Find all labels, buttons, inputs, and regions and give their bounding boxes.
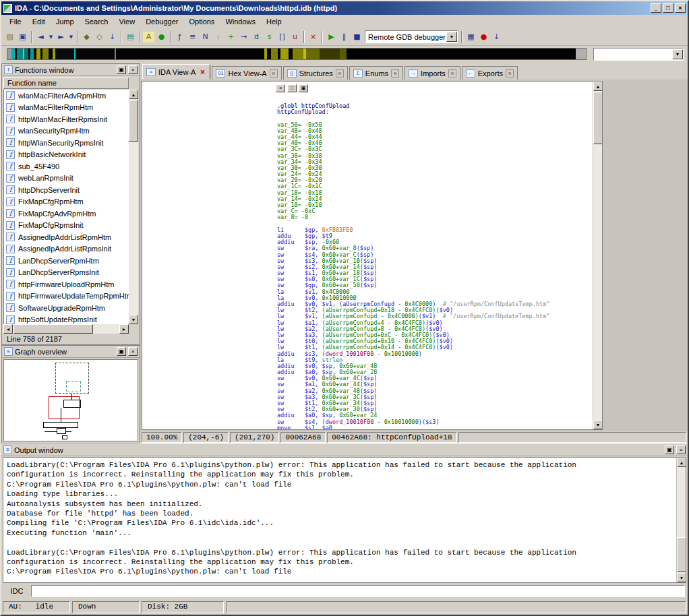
record-icon[interactable]: ● (155, 31, 168, 43)
create-function-icon[interactable]: ƒ (173, 31, 186, 43)
scroll-left-icon[interactable]: ◄ (3, 324, 13, 334)
save-database-icon[interactable]: ▣ (16, 31, 29, 43)
functions-close-button[interactable]: × (128, 65, 138, 74)
graph-close-button[interactable]: × (128, 347, 138, 356)
menu-search[interactable]: Search (80, 16, 114, 27)
graph-overview-titlebar[interactable]: ≡ Graph overview ▣ × (2, 346, 140, 358)
menu-file[interactable]: File (4, 16, 27, 27)
dropdown-arrow-icon[interactable]: ▼ (672, 49, 683, 59)
view-list-icon[interactable]: ≡ (276, 84, 285, 92)
functions-hscrollbar[interactable]: ◄ ► (3, 324, 129, 334)
close-button[interactable]: × (675, 3, 686, 13)
graph-float-button[interactable]: ▣ (117, 347, 126, 356)
output-window-titlebar[interactable]: ≡ Output window ▣ × (1, 444, 688, 456)
pause-process-icon[interactable]: ‖ (338, 31, 351, 43)
forward-icon[interactable]: ► (55, 31, 67, 43)
debugger-windows-icon[interactable]: ▦ (465, 31, 477, 43)
output-console[interactable]: LoadLibrary(C:\Program Files\IDA Pro 6.1… (3, 457, 686, 583)
tab-ida-view-a[interactable]: ≡IDA View-A× (142, 64, 210, 80)
function-name-column-header[interactable]: Function name (3, 78, 129, 89)
function-list-item[interactable]: fhttpFirmwareUpdateTempRpmHtm (4, 290, 129, 303)
function-list-item[interactable]: fLanDhcpServerRpmsInit (4, 267, 129, 279)
disasm-vscrollbar[interactable]: ▲ ▼ (593, 82, 602, 429)
back-history-dropdown-icon[interactable]: ▼ (47, 31, 55, 43)
scroll-up-icon[interactable]: ▲ (129, 90, 138, 99)
scroll-down-icon[interactable]: ▼ (677, 573, 686, 582)
function-list-item[interactable]: fFixMapCfgRpmsInit (4, 220, 129, 232)
breakpoints-icon[interactable]: ● (477, 31, 490, 43)
start-process-icon[interactable]: ▶ (325, 31, 338, 43)
function-list-item[interactable]: fFixMapCfgAdvRpmHtm (4, 208, 129, 220)
scroll-right-icon[interactable]: ► (119, 324, 129, 334)
forward-history-dropdown-icon[interactable]: ▼ (67, 31, 75, 43)
back-icon[interactable]: ◄ (34, 31, 47, 43)
jump-next-icon[interactable]: ◇ (93, 31, 106, 43)
function-list-item[interactable]: fhttpSoftUpdateRpmsInit (4, 314, 129, 325)
stop-process-icon[interactable]: ■ (351, 31, 363, 43)
define-data-icon[interactable]: d (250, 31, 263, 43)
idc-input[interactable] (31, 585, 685, 597)
titlebar[interactable]: IDA - C:\Documents and Settings\Administ… (1, 1, 688, 15)
menu-debugger[interactable]: Debugger (140, 16, 183, 27)
menu-edit[interactable]: Edit (27, 16, 51, 27)
undefine-icon[interactable]: u (289, 31, 301, 43)
define-string-icon[interactable]: s (263, 31, 276, 43)
cancel-icon[interactable]: × (307, 31, 320, 43)
tab-close-icon[interactable]: × (391, 69, 399, 78)
functions-vscrollbar[interactable]: ▲ ▼ (129, 90, 138, 324)
tab-close-icon[interactable]: × (448, 69, 456, 78)
colors-icon[interactable]: ▤ (124, 31, 137, 43)
tab-exports[interactable]: ←Exports× (462, 66, 518, 80)
function-list-item[interactable]: fhttpWlanSecurityRpmsInit (4, 137, 129, 149)
function-list-item[interactable]: fhttpBasicNetworkInit (4, 149, 129, 161)
function-list-item[interactable]: fwlanSecurityRpmHtm (4, 125, 129, 137)
jump-address-icon[interactable]: ↓ (106, 31, 119, 43)
tab-structures[interactable]: {}Structures× (283, 66, 348, 80)
function-list-item[interactable]: fhttpWlanMacFilterRpmsInit (4, 113, 129, 125)
function-list-item[interactable]: fsub_45F490 (4, 160, 129, 173)
scroll-up-icon[interactable]: ▲ (593, 82, 603, 91)
view-frame-icon[interactable]: □ (287, 84, 297, 92)
function-list-item[interactable]: fhttpDhcpServerInit (4, 184, 129, 196)
add-struct-icon[interactable]: + (224, 31, 237, 43)
output-float-button[interactable]: ▣ (665, 445, 674, 454)
disassembly-view[interactable]: ≡ □ ▣ .globl httpConfUploadhttpConfUploa… (142, 81, 603, 430)
function-list-item[interactable]: fAssignedIpAddrListRpmsInit (4, 243, 129, 255)
step-into-icon[interactable]: ↓ (490, 31, 503, 43)
address-combo[interactable]: ▼ (593, 48, 684, 61)
console-vscroll-thumb[interactable] (677, 537, 686, 572)
function-list-item[interactable]: fSoftwareUpgradeRpmHtm (4, 302, 129, 314)
functions-hscroll-thumb[interactable] (13, 324, 93, 334)
graph-overview-canvas[interactable] (3, 359, 138, 441)
ascii-string-icon[interactable]: A (142, 31, 155, 43)
function-list-item[interactable]: fhttpFirmwareUploadRpmHtm (4, 278, 129, 290)
menu-windows[interactable]: Windows (220, 16, 261, 27)
function-list-item[interactable]: fwlanMacFilterRpmHtm (4, 102, 129, 114)
dropdown-arrow-icon[interactable]: ▼ (446, 32, 457, 42)
functions-vscroll-thumb[interactable] (129, 100, 138, 142)
function-list-item[interactable]: fwebLanRpmsInit (4, 173, 129, 185)
define-array-icon[interactable]: [] (276, 31, 289, 43)
console-vscrollbar[interactable]: ▲ ▼ (676, 458, 686, 582)
xrefs-icon[interactable]: → (237, 31, 250, 43)
functions-float-button[interactable]: ▣ (117, 65, 126, 74)
maximize-button[interactable]: □ (663, 3, 673, 13)
scroll-down-icon[interactable]: ▼ (593, 420, 603, 429)
scroll-down-icon[interactable]: ▼ (129, 315, 138, 324)
menu-options[interactable]: Options (183, 16, 220, 27)
menu-help[interactable]: Help (261, 16, 287, 27)
jump-prev-icon[interactable]: ◆ (80, 31, 93, 43)
tab-hex-view-a[interactable]: 01Hex View-A× (212, 66, 281, 80)
debugger-select[interactable]: Remote GDB debugger▼ (365, 30, 458, 43)
navigation-band[interactable] (7, 48, 587, 60)
open-file-icon[interactable]: ▨ (3, 31, 16, 43)
comment-icon[interactable]: : (212, 31, 224, 43)
functions-window-titlebar[interactable]: f Functions window ▣ × (2, 64, 140, 76)
menu-jump[interactable]: Jump (51, 16, 80, 27)
tab-imports[interactable]: →Imports× (405, 66, 460, 80)
function-list-item[interactable]: fFixMapCfgRpmHtm (4, 196, 129, 208)
tab-close-icon[interactable]: × (506, 69, 514, 78)
function-list-item[interactable]: fwlanMacFilterAdvRpmHtm (4, 90, 129, 102)
edit-function-icon[interactable]: ≡ (186, 31, 199, 43)
minimize-button[interactable]: _ (651, 3, 661, 13)
